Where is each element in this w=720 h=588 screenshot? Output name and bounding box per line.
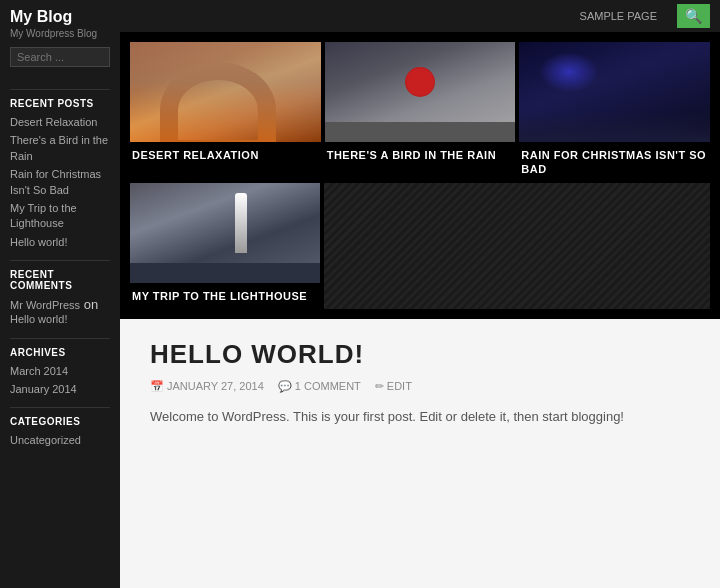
archives-heading: ARCHIVES [10,338,110,358]
featured-thumbnail-lighthouse [130,183,320,283]
list-item: Uncategorized [10,433,110,448]
featured-grid: DESERT RELAXATION THERE'S A BIRD IN THE … [120,32,720,183]
search-input[interactable] [10,47,110,67]
post-edit-text: EDIT [387,380,412,392]
post-comments-count: 1 COMMENT [295,380,361,392]
recent-post-link[interactable]: Hello world! [10,235,110,250]
featured-item-lighthouse[interactable]: MY TRIP TO THE LIGHTHOUSE [130,183,320,309]
search-button[interactable]: 🔍 [677,4,710,28]
second-row: MY TRIP TO THE LIGHTHOUSE [120,183,720,319]
comment-on-text: on [84,297,98,312]
hello-world-post: HELLO WORLD! 📅 JANUARY 27, 2014 💬 1 COMM… [120,319,720,588]
recent-comments-list: Mr WordPress on Hello world! [10,297,110,327]
archive-link[interactable]: January 2014 [10,382,110,397]
comment-post-link[interactable]: Hello world! [10,312,110,327]
category-link[interactable]: Uncategorized [10,433,110,448]
site-description: My Wordpress Blog [10,28,110,39]
comment-icon: 💬 [278,380,292,393]
archives-list: March 2014 January 2014 [10,364,110,398]
archive-link[interactable]: March 2014 [10,364,110,379]
recent-posts-heading: RECENT POSTS [10,89,110,109]
calendar-icon: 📅 [150,380,164,393]
post-date: 📅 JANUARY 27, 2014 [150,380,264,393]
post-date-text: JANUARY 27, 2014 [167,380,264,392]
recent-post-link[interactable]: My Trip to the Lighthouse [10,201,110,232]
recent-post-link[interactable]: There's a Bird in the Rain [10,133,110,164]
categories-list: Uncategorized [10,433,110,448]
featured-title-bird: THERE'S A BIRD IN THE RAIN [325,142,516,168]
sidebar: My Blog My Wordpress Blog RECENT POSTS D… [0,0,120,588]
post-content: Welcome to WordPress. This is your first… [150,407,690,428]
featured-title-lighthouse: MY TRIP TO THE LIGHTHOUSE [130,283,320,309]
post-meta: 📅 JANUARY 27, 2014 💬 1 COMMENT ✏ EDIT [150,380,690,393]
list-item: Mr WordPress on Hello world! [10,297,110,327]
comment-author[interactable]: Mr WordPress [10,299,80,311]
featured-thumbnail-bird [325,42,516,142]
list-item: March 2014 [10,364,110,379]
categories-heading: CATEGORIES [10,407,110,427]
featured-thumbnail-desert [130,42,321,142]
list-item: There's a Bird in the Rain [10,133,110,164]
recent-comments-heading: RECENT COMMENTS [10,260,110,291]
edit-icon: ✏ [375,380,384,393]
featured-item-bird[interactable]: THERE'S A BIRD IN THE RAIN [325,42,516,183]
recent-posts-list: Desert Relaxation There's a Bird in the … [10,115,110,250]
list-item: Hello world! [10,235,110,250]
featured-thumbnail-rain [519,42,710,142]
recent-post-link[interactable]: Rain for Christmas Isn't So Bad [10,167,110,198]
post-title: HELLO WORLD! [150,339,690,370]
featured-title-rain: RAIN FOR CHRISTMAS ISN'T SO BAD [519,142,710,183]
post-comments[interactable]: 💬 1 COMMENT [278,380,361,393]
featured-item-rain[interactable]: RAIN FOR CHRISTMAS ISN'T SO BAD [519,42,710,183]
list-item: Rain for Christmas Isn't So Bad [10,167,110,198]
main-content: SAMPLE PAGE 🔍 DESERT RELAXATION THERE'S … [120,0,720,588]
list-item: My Trip to the Lighthouse [10,201,110,232]
site-title[interactable]: My Blog [10,8,110,26]
featured-item-desert[interactable]: DESERT RELAXATION [130,42,321,183]
post-edit[interactable]: ✏ EDIT [375,380,412,393]
sample-page-link[interactable]: SAMPLE PAGE [580,10,657,22]
list-item: Desert Relaxation [10,115,110,130]
recent-post-link[interactable]: Desert Relaxation [10,115,110,130]
decorative-stripe [324,183,710,309]
list-item: January 2014 [10,382,110,397]
featured-title-desert: DESERT RELAXATION [130,142,321,168]
top-bar: SAMPLE PAGE 🔍 [120,0,720,32]
